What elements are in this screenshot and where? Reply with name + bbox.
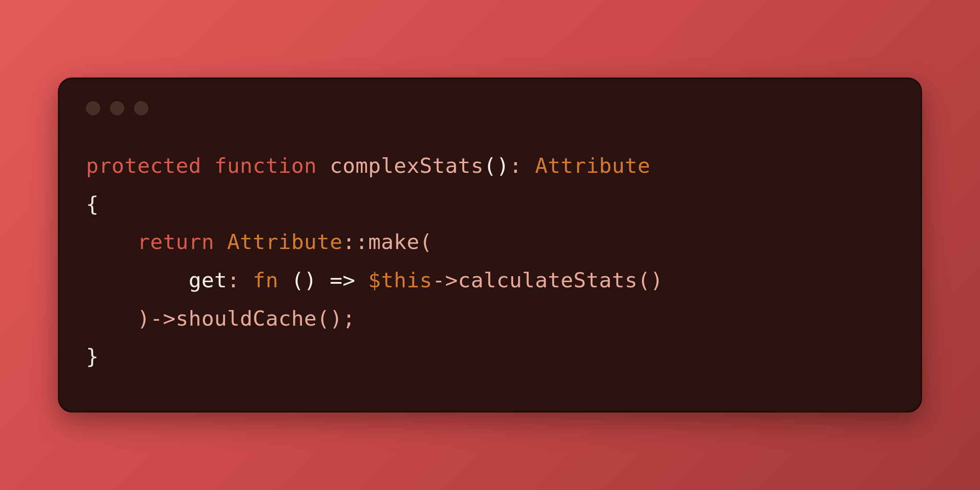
code-block: protected function complexStats(): Attri… bbox=[86, 147, 894, 375]
space bbox=[355, 268, 368, 292]
paren-pair: () bbox=[278, 268, 330, 292]
function-name: complexStats bbox=[330, 153, 484, 178]
indent bbox=[86, 268, 188, 292]
keyword-function: function bbox=[214, 153, 317, 178]
arrow-fn: => bbox=[330, 268, 355, 292]
method-calculate: calculateStats bbox=[458, 268, 637, 292]
indent bbox=[86, 306, 137, 331]
paren-pair: () bbox=[317, 306, 343, 331]
traffic-light-close-icon[interactable] bbox=[86, 101, 100, 115]
code-window: protected function complexStats(): Attri… bbox=[58, 78, 922, 412]
indent bbox=[86, 229, 137, 254]
semicolon: ; bbox=[343, 306, 355, 331]
space bbox=[317, 153, 330, 178]
traffic-light-zoom-icon[interactable] bbox=[134, 101, 148, 115]
return-type: Attribute bbox=[535, 153, 650, 178]
named-arg-get: get bbox=[188, 268, 227, 292]
keyword-protected: protected bbox=[86, 153, 201, 178]
paren-close: ) bbox=[137, 306, 150, 331]
class-name: Attribute bbox=[227, 229, 343, 254]
object-arrow: -> bbox=[433, 268, 458, 292]
keyword-fn: fn bbox=[253, 268, 278, 292]
variable-this: $this bbox=[368, 268, 433, 292]
method-shouldcache: shouldCache bbox=[176, 306, 317, 331]
method-make: make bbox=[368, 229, 420, 254]
paren-pair: () bbox=[484, 153, 510, 178]
scope-operator: :: bbox=[343, 229, 368, 254]
object-arrow: -> bbox=[150, 306, 176, 331]
traffic-light-minimize-icon[interactable] bbox=[110, 101, 124, 115]
space bbox=[201, 153, 214, 178]
space bbox=[240, 268, 253, 292]
brace-open: { bbox=[86, 192, 99, 216]
keyword-return: return bbox=[137, 229, 214, 254]
brace-close: } bbox=[86, 344, 99, 368]
colon: : bbox=[227, 268, 240, 292]
window-titlebar bbox=[86, 101, 894, 115]
colon: : bbox=[509, 153, 535, 178]
paren-pair: () bbox=[637, 268, 663, 292]
paren-open: ( bbox=[420, 229, 433, 254]
space bbox=[214, 229, 227, 254]
